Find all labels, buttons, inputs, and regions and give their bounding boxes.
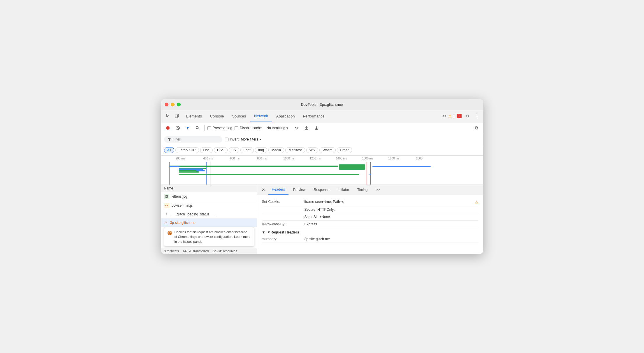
svg-point-6 [196,127,198,129]
samesite-row: SameSite=None [262,213,478,221]
traffic-lights [165,103,181,106]
tl-bar-green-1 [169,166,338,167]
error-badge[interactable]: 1 [457,114,462,118]
type-btn-ws[interactable]: WS [306,147,318,153]
tab-network[interactable]: Network [250,110,272,122]
stop-recording-button[interactable] [164,124,172,132]
more-tabs-btn[interactable]: >> [442,114,446,118]
tab-application[interactable]: Application [272,110,299,122]
network-toolbar: Preserve log Disable cache No throttling… [161,122,483,134]
more-menu-icon[interactable]: ⋮ [473,113,481,119]
invert-input[interactable] [225,138,228,141]
tl-bar-blue-1 [169,166,180,167]
type-btn-other[interactable]: Other [337,147,352,153]
tick-800ms: 800 ms [257,157,267,160]
warning-badge[interactable]: ⚠ 1 [448,114,455,118]
disable-cache-label: Disable cache [240,126,262,130]
tab-sources[interactable]: Sources [228,110,250,122]
tab-performance[interactable]: Performance [299,110,328,122]
glitch-name: ___glitch_loading_status___ [171,212,215,216]
throttle-select[interactable]: No throttling ▾ [264,125,291,131]
more-filters-button[interactable]: More filters ▾ [241,137,261,141]
network-settings-icon[interactable]: ⚙ [473,124,480,132]
tick-1200ms: 1200 ms [310,157,321,160]
timeline-area: 200 ms 400 ms 600 ms 800 ms 1000 ms 1200… [161,156,483,185]
cursor-icon[interactable] [163,112,172,120]
preserve-log-checkbox[interactable]: Preserve log [207,126,232,130]
svg-line-7 [198,129,199,130]
clear-button[interactable] [174,124,182,132]
request-item-3psite[interactable]: ⚠ 3p-site.glitch.me [161,219,257,227]
preserve-log-input[interactable] [207,126,211,130]
type-btn-fetchxhr[interactable]: Fetch/XHR [175,147,199,153]
tab-console[interactable]: Console [206,110,228,122]
type-btn-css[interactable]: CSS [214,147,228,153]
filter-input[interactable] [173,137,214,141]
type-btn-media[interactable]: Media [268,147,284,153]
preserve-log-label: Preserve log [213,126,232,130]
filter-icon[interactable] [184,124,191,132]
minimize-button[interactable] [171,103,175,106]
detail-tab-response[interactable]: Response [310,185,333,195]
type-btn-manifest[interactable]: Manifest [285,147,305,153]
requests-count: 8 requests [164,249,179,253]
transferred-size: 147 kB transferred [182,249,209,253]
tick-2000ms: 2000 [416,157,423,160]
more-filters-label: More filters [241,137,258,141]
close-button[interactable] [165,103,168,106]
tl-bar-blue-4 [372,166,431,167]
throttle-label: No throttling [266,126,285,130]
detail-tab-timing[interactable]: Timing [354,185,371,195]
cookie-icon: 🍪 [167,230,172,236]
type-btn-all[interactable]: All [164,147,174,153]
samesite-value: SameSite=None [305,215,478,219]
detail-tab-headers[interactable]: Headers [268,185,288,195]
invert-checkbox[interactable]: Invert [225,137,239,141]
download-icon[interactable] [313,124,320,132]
tl-bar-blue-2 [179,168,203,170]
detail-content: Set-Cookie: iframe-seen=true; Path=/; ⚠ … [257,195,483,254]
warning-triangle-icon: ⚠ [164,220,168,225]
filter-input-container[interactable] [164,136,222,143]
tick-600ms: 600 ms [230,157,240,160]
settings-icon[interactable]: ⚙ [463,112,471,120]
wifi-icon[interactable] [293,124,300,132]
upload-icon[interactable] [303,124,310,132]
detail-tab-initiator[interactable]: Initiator [334,185,353,195]
request-item-glitch[interactable]: ✦ ___glitch_loading_status___ [161,210,257,219]
set-cookie-value: iframe-seen=true; Path=/; [305,200,470,204]
type-btn-font[interactable]: Font [240,147,254,153]
x-powered-by-row: X-Powered-By: Express [262,221,478,228]
request-item-bowser[interactable]: <> bowser.min.js [161,201,257,210]
detail-close-button[interactable]: ✕ [260,186,267,194]
tab-elements[interactable]: Elements [182,110,206,122]
type-btn-js[interactable]: JS [229,147,239,153]
type-btn-img[interactable]: Img [255,147,267,153]
svg-marker-5 [186,127,189,129]
error-count: 1 [457,114,462,118]
type-btn-wasm[interactable]: Wasm [319,147,336,153]
request-headers-label: ▼Request Headers [267,230,299,234]
search-icon[interactable] [194,124,201,132]
request-headers-section-title[interactable]: ▼ ▼Request Headers [262,228,478,236]
authority-key: :authority: [262,237,300,241]
device-icon[interactable] [173,112,181,120]
tick-1000ms: 1000 ms [284,157,295,160]
detail-tab-preview[interactable]: Preview [290,185,309,195]
disable-cache-input[interactable] [235,126,238,130]
x-powered-by-key: X-Powered-By: [262,222,300,226]
set-cookie-continue-row: Secure; HTTPOnly; [262,206,478,213]
tick-1800ms: 1800 ms [388,157,400,160]
disable-cache-checkbox[interactable]: Disable cache [235,126,262,130]
type-btn-doc[interactable]: Doc [200,147,213,153]
request-item-kittens[interactable]: 🖼 kittens.jpg [161,192,257,201]
window-title: DevTools - 3pc.glitch.me/ [301,102,343,107]
resources-size: 226 kB resources [212,249,237,253]
request-headers-chevron-icon: ▼ [262,230,265,234]
bowser-name: bowser.min.js [172,203,193,208]
tick-200ms: 200 ms [176,157,185,160]
throttle-chevron-icon: ▾ [286,126,288,130]
maximize-button[interactable] [177,103,181,106]
detail-tab-more[interactable]: >> [372,185,383,195]
invert-label: Invert [230,137,239,141]
